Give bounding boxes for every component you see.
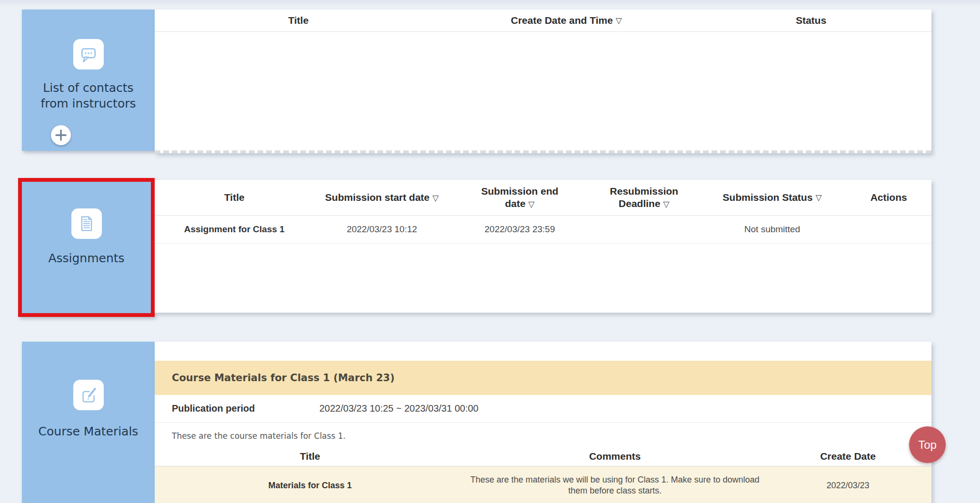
- contacts-table-header-row: Title Create Date and Time ▽ Status: [155, 10, 931, 32]
- material-row[interactable]: Materials for Class 1 These are the mate…: [155, 466, 931, 503]
- contacts-header-title: Title: [155, 14, 442, 27]
- assignment-end-date: 2022/03/23 23:59: [450, 224, 590, 235]
- course-material-description: These are the course materials for Class…: [172, 431, 931, 441]
- assignments-header-start-date[interactable]: Submission start date▽: [314, 191, 450, 204]
- course-materials-panel: Course Materials for Class 1 (March 23) …: [155, 342, 931, 503]
- assignments-header-actions: Actions: [846, 191, 931, 204]
- assignments-table-panel: Title Submission start date▽ Submission …: [155, 180, 931, 313]
- sidebar-card-course-materials-label: Course Materials: [39, 424, 139, 439]
- assignments-header-title: Title: [155, 191, 314, 204]
- contacts-header-status: Status: [691, 14, 931, 27]
- edit-pencil-icon: [73, 380, 104, 410]
- publication-period-row: Publication period 2022/03/23 10:25 ~ 20…: [155, 395, 931, 423]
- sidebar-card-contacts[interactable]: List of contacts from instructors: [22, 10, 155, 151]
- document-icon: [71, 208, 102, 239]
- sidebar-card-contacts-label: List of contacts from instructors: [30, 80, 147, 111]
- top-shade: [0, 0, 980, 7]
- sidebar-card-assignments-label: Assignments: [48, 250, 124, 266]
- assignments-header-resubmission-deadline[interactable]: Resubmission Deadline▽: [590, 185, 698, 210]
- scroll-to-top-label: Top: [918, 438, 937, 452]
- lms-course-page: List of contacts from instructors Title …: [0, 0, 980, 503]
- speech-bubble-icon: [73, 39, 104, 69]
- sort-descending-icon: ▽: [433, 193, 439, 203]
- material-comments: These are the materials we will be using…: [465, 474, 764, 496]
- material-title: Materials for Class 1: [155, 480, 465, 491]
- contacts-header-create-date[interactable]: Create Date and Time ▽: [442, 14, 691, 27]
- course-material-title-band[interactable]: Course Materials for Class 1 (March 23): [155, 361, 931, 395]
- scroll-to-top-button[interactable]: Top: [909, 426, 946, 463]
- sort-descending-icon: ▽: [815, 191, 822, 204]
- sidebar-card-course-materials[interactable]: Course Materials: [22, 342, 155, 503]
- assignment-row[interactable]: Assignment for Class 1 2022/03/23 10:12 …: [155, 216, 931, 244]
- sidebar-card-assignments-highlighted[interactable]: Assignments: [18, 178, 155, 317]
- materials-table-header-row: Title Comments Create Date: [155, 446, 931, 466]
- sort-descending-icon: ▽: [663, 199, 669, 209]
- material-create-date: 2022/03/23: [764, 480, 931, 491]
- contacts-table-panel: Title Create Date and Time ▽ Status: [155, 10, 931, 153]
- assignment-submission-status: Not submitted: [698, 224, 846, 235]
- assignment-start-date: 2022/03/23 10:12: [314, 224, 450, 235]
- add-contact-button[interactable]: [51, 125, 71, 145]
- sort-descending-icon: ▽: [528, 199, 535, 209]
- assignments-header-end-date[interactable]: Submission end date▽: [450, 185, 590, 210]
- course-material-item-title: Course Materials for Class 1 (March 23): [172, 372, 395, 384]
- assignments-header-submission-status[interactable]: Submission Status ▽: [698, 191, 846, 204]
- sort-descending-icon: ▽: [616, 14, 622, 27]
- materials-header-create-date: Create Date: [764, 450, 931, 463]
- assignment-title: Assignment for Class 1: [155, 224, 314, 235]
- publication-period-value: 2022/03/23 10:25 ~ 2023/03/31 00:00: [319, 403, 478, 414]
- materials-header-title: Title: [155, 450, 465, 463]
- publication-period-label: Publication period: [172, 403, 319, 414]
- materials-header-comments: Comments: [465, 450, 764, 463]
- assignments-table-header-row: Title Submission start date▽ Submission …: [155, 180, 931, 216]
